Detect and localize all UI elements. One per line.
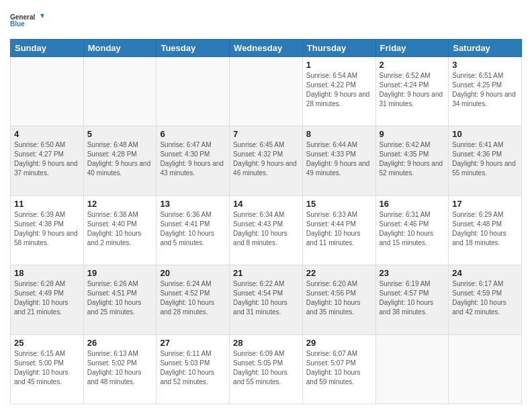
day-cell: 11Sunrise: 6:39 AM Sunset: 4:38 PM Dayli… — [11, 195, 84, 265]
day-cell: 28Sunrise: 6:09 AM Sunset: 5:05 PM Dayli… — [230, 334, 303, 404]
day-info: Sunrise: 6:15 AM Sunset: 5:00 PM Dayligh… — [14, 349, 80, 387]
day-cell: 8Sunrise: 6:44 AM Sunset: 4:33 PM Daylig… — [302, 126, 375, 195]
day-number: 4 — [14, 129, 80, 139]
day-cell — [83, 57, 157, 126]
day-info: Sunrise: 6:50 AM Sunset: 4:27 PM Dayligh… — [14, 140, 80, 178]
day-info: Sunrise: 6:38 AM Sunset: 4:40 PM Dayligh… — [87, 210, 153, 248]
day-cell: 26Sunrise: 6:13 AM Sunset: 5:02 PM Dayli… — [83, 334, 157, 404]
day-number: 26 — [87, 338, 153, 348]
day-number: 18 — [14, 268, 80, 278]
col-header-monday: Monday — [83, 40, 157, 57]
day-cell: 13Sunrise: 6:36 AM Sunset: 4:41 PM Dayli… — [157, 195, 230, 265]
day-number: 2 — [380, 60, 445, 70]
col-header-wednesday: Wednesday — [230, 40, 303, 57]
week-row-2: 4Sunrise: 6:50 AM Sunset: 4:27 PM Daylig… — [11, 126, 522, 195]
day-cell: 24Sunrise: 6:17 AM Sunset: 4:59 PM Dayli… — [449, 265, 522, 334]
day-cell — [230, 57, 303, 126]
day-info: Sunrise: 6:51 AM Sunset: 4:25 PM Dayligh… — [452, 71, 518, 109]
week-row-3: 11Sunrise: 6:39 AM Sunset: 4:38 PM Dayli… — [11, 195, 522, 265]
day-cell — [449, 334, 522, 404]
day-info: Sunrise: 6:52 AM Sunset: 4:24 PM Dayligh… — [380, 71, 445, 109]
day-cell — [11, 57, 84, 126]
day-info: Sunrise: 6:54 AM Sunset: 4:22 PM Dayligh… — [306, 71, 372, 109]
day-number: 22 — [306, 268, 372, 278]
col-header-friday: Friday — [375, 40, 449, 57]
day-cell: 12Sunrise: 6:38 AM Sunset: 4:40 PM Dayli… — [83, 195, 157, 265]
day-cell: 14Sunrise: 6:34 AM Sunset: 4:43 PM Dayli… — [230, 195, 303, 265]
day-info: Sunrise: 6:24 AM Sunset: 4:52 PM Dayligh… — [160, 279, 226, 317]
day-info: Sunrise: 6:26 AM Sunset: 4:51 PM Dayligh… — [87, 279, 153, 317]
day-info: Sunrise: 6:22 AM Sunset: 4:54 PM Dayligh… — [233, 279, 299, 317]
day-cell — [375, 334, 449, 404]
day-info: Sunrise: 6:47 AM Sunset: 4:30 PM Dayligh… — [160, 140, 226, 178]
day-cell: 1Sunrise: 6:54 AM Sunset: 4:22 PM Daylig… — [302, 57, 375, 126]
day-cell: 17Sunrise: 6:29 AM Sunset: 4:48 PM Dayli… — [449, 195, 522, 265]
day-number: 10 — [452, 129, 518, 139]
day-cell: 25Sunrise: 6:15 AM Sunset: 5:00 PM Dayli… — [11, 334, 84, 404]
col-header-tuesday: Tuesday — [157, 40, 230, 57]
day-number: 15 — [306, 199, 372, 209]
day-cell: 2Sunrise: 6:52 AM Sunset: 4:24 PM Daylig… — [375, 57, 449, 126]
day-info: Sunrise: 6:45 AM Sunset: 4:32 PM Dayligh… — [233, 140, 299, 178]
day-info: Sunrise: 6:48 AM Sunset: 4:28 PM Dayligh… — [87, 140, 153, 178]
col-header-sunday: Sunday — [11, 40, 84, 57]
day-number: 29 — [306, 338, 372, 348]
page: General Blue SundayMondayTuesdayWednesda… — [0, 0, 532, 411]
day-cell: 4Sunrise: 6:50 AM Sunset: 4:27 PM Daylig… — [11, 126, 84, 195]
day-info: Sunrise: 6:20 AM Sunset: 4:56 PM Dayligh… — [306, 279, 372, 317]
day-info: Sunrise: 6:19 AM Sunset: 4:57 PM Dayligh… — [380, 279, 445, 317]
day-info: Sunrise: 6:44 AM Sunset: 4:33 PM Dayligh… — [306, 140, 372, 178]
day-number: 25 — [14, 338, 80, 348]
day-info: Sunrise: 6:07 AM Sunset: 5:07 PM Dayligh… — [306, 349, 372, 387]
day-number: 24 — [452, 268, 518, 278]
day-number: 23 — [380, 268, 445, 278]
day-info: Sunrise: 6:31 AM Sunset: 4:46 PM Dayligh… — [380, 210, 445, 248]
day-info: Sunrise: 6:17 AM Sunset: 4:59 PM Dayligh… — [452, 279, 518, 317]
day-number: 21 — [233, 268, 299, 278]
header: General Blue — [10, 7, 522, 34]
day-cell: 6Sunrise: 6:47 AM Sunset: 4:30 PM Daylig… — [157, 126, 230, 195]
day-info: Sunrise: 6:39 AM Sunset: 4:38 PM Dayligh… — [14, 210, 80, 248]
day-cell: 15Sunrise: 6:33 AM Sunset: 4:44 PM Dayli… — [302, 195, 375, 265]
header-row: SundayMondayTuesdayWednesdayThursdayFrid… — [11, 40, 522, 57]
col-header-saturday: Saturday — [449, 40, 522, 57]
day-number: 12 — [87, 199, 153, 209]
day-number: 17 — [452, 199, 518, 209]
day-cell: 19Sunrise: 6:26 AM Sunset: 4:51 PM Dayli… — [83, 265, 157, 334]
day-cell — [157, 57, 230, 126]
svg-marker-2 — [40, 14, 44, 18]
day-info: Sunrise: 6:29 AM Sunset: 4:48 PM Dayligh… — [452, 210, 518, 248]
day-number: 11 — [14, 199, 80, 209]
day-info: Sunrise: 6:13 AM Sunset: 5:02 PM Dayligh… — [87, 349, 153, 387]
day-number: 3 — [452, 60, 518, 70]
day-info: Sunrise: 6:36 AM Sunset: 4:41 PM Dayligh… — [160, 210, 226, 248]
logo-svg: General Blue — [10, 7, 44, 34]
week-row-5: 25Sunrise: 6:15 AM Sunset: 5:00 PM Dayli… — [11, 334, 522, 404]
day-cell: 7Sunrise: 6:45 AM Sunset: 4:32 PM Daylig… — [230, 126, 303, 195]
day-cell: 10Sunrise: 6:41 AM Sunset: 4:36 PM Dayli… — [449, 126, 522, 195]
svg-text:General: General — [10, 13, 35, 21]
day-info: Sunrise: 6:11 AM Sunset: 5:03 PM Dayligh… — [160, 349, 226, 387]
day-cell: 16Sunrise: 6:31 AM Sunset: 4:46 PM Dayli… — [375, 195, 449, 265]
day-cell: 21Sunrise: 6:22 AM Sunset: 4:54 PM Dayli… — [230, 265, 303, 334]
day-info: Sunrise: 6:41 AM Sunset: 4:36 PM Dayligh… — [452, 140, 518, 178]
day-cell: 18Sunrise: 6:28 AM Sunset: 4:49 PM Dayli… — [11, 265, 84, 334]
day-number: 7 — [233, 129, 299, 139]
day-number: 14 — [233, 199, 299, 209]
day-cell: 29Sunrise: 6:07 AM Sunset: 5:07 PM Dayli… — [302, 334, 375, 404]
day-number: 1 — [306, 60, 372, 70]
calendar-table: SundayMondayTuesdayWednesdayThursdayFrid… — [10, 39, 522, 404]
day-number: 19 — [87, 268, 153, 278]
day-info: Sunrise: 6:34 AM Sunset: 4:43 PM Dayligh… — [233, 210, 299, 248]
day-cell: 20Sunrise: 6:24 AM Sunset: 4:52 PM Dayli… — [157, 265, 230, 334]
day-number: 6 — [160, 129, 226, 139]
day-info: Sunrise: 6:28 AM Sunset: 4:49 PM Dayligh… — [14, 279, 80, 317]
col-header-thursday: Thursday — [302, 40, 375, 57]
day-number: 5 — [87, 129, 153, 139]
day-number: 27 — [160, 338, 226, 348]
day-cell: 22Sunrise: 6:20 AM Sunset: 4:56 PM Dayli… — [302, 265, 375, 334]
logo: General Blue — [10, 7, 44, 34]
day-number: 8 — [306, 129, 372, 139]
day-number: 9 — [380, 129, 445, 139]
day-number: 16 — [380, 199, 445, 209]
